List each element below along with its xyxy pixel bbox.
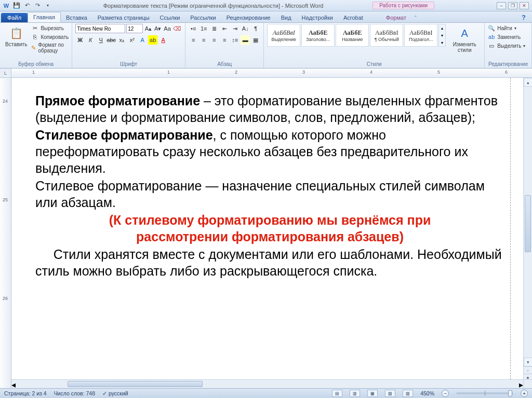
align-left-button[interactable]: ≡ — [189, 35, 198, 45]
strike-button[interactable]: abc — [107, 35, 116, 45]
bullets-button[interactable]: •≡ — [189, 24, 198, 33]
borders-button[interactable]: ▦ — [251, 35, 260, 45]
paste-button[interactable]: 📋 Вставить — [3, 24, 29, 49]
replace-button[interactable]: abЗаменить — [488, 33, 525, 41]
line-spacing-button[interactable]: ↕≡ — [230, 35, 240, 45]
change-styles-button[interactable]: A Изменить стили — [448, 24, 481, 55]
scroll-thumb[interactable] — [525, 195, 531, 252]
tab-home[interactable]: Главная — [28, 12, 61, 22]
vertical-ruler[interactable]: 242526 — [0, 78, 11, 388]
group-font: A▴ A▾ Aa ⌫ Ж К Ч abc x₂ x² A ab A Шрифт — [72, 23, 185, 68]
multilevel-button[interactable]: ≣ — [209, 24, 219, 33]
minimize-ribbon-icon[interactable]: ˆ — [411, 14, 420, 22]
tab-references[interactable]: Ссылки — [155, 13, 185, 22]
styles-scroll[interactable]: ▴▾▾ — [438, 24, 446, 47]
zoom-slider[interactable] — [456, 392, 513, 394]
redo-icon[interactable]: ↷ — [33, 2, 42, 10]
font-name-select[interactable] — [75, 24, 125, 33]
justify-button[interactable]: ≡ — [220, 35, 229, 45]
group-paragraph-label: Абзац — [189, 61, 260, 68]
show-marks-button[interactable]: ¶ — [251, 24, 260, 33]
style-emphasis[interactable]: АаБбВвІВыделение — [267, 24, 300, 47]
maximize-button[interactable]: ❐ — [508, 2, 517, 9]
tab-file[interactable]: Файл — [1, 13, 28, 22]
style-subtitle[interactable]: АаБбВвІПодзагол... — [404, 24, 437, 47]
qat-dropdown-icon[interactable]: ▾ — [44, 2, 52, 10]
scroll-down-icon[interactable]: ▾ — [524, 358, 532, 366]
contextual-tab-label: Работа с рисунками — [373, 2, 434, 9]
tab-review[interactable]: Рецензирование — [221, 13, 276, 22]
clear-format-button[interactable]: ⌫ — [172, 24, 182, 33]
font-color-button[interactable]: A — [158, 35, 168, 45]
shrink-font-button[interactable]: A▾ — [154, 24, 162, 33]
numbering-button[interactable]: 1≡ — [199, 24, 208, 33]
tab-addins[interactable]: Надстройки — [297, 13, 338, 22]
page-content[interactable]: Прямое форматирование – это форматирован… — [11, 78, 523, 388]
view-full-reading[interactable]: ▥ — [350, 390, 360, 397]
tab-view[interactable]: Вид — [276, 13, 297, 22]
superscript-button[interactable]: x² — [127, 35, 137, 45]
status-lang[interactable]: ✓ русский — [102, 390, 128, 396]
zoom-level[interactable]: 450% — [420, 390, 434, 396]
status-bar: Страница: 2 из 4 Число слов: 748 ✓ русск… — [0, 388, 532, 398]
scroll-left-icon[interactable]: ◂ — [11, 380, 16, 388]
copy-icon: ⎘ — [31, 33, 38, 40]
minimize-button[interactable]: – — [497, 2, 506, 9]
tab-insert[interactable]: Вставка — [61, 13, 92, 22]
format-painter-button[interactable]: ✎Формат по образцу — [31, 42, 69, 54]
horizontal-ruler[interactable]: 11234567 — [11, 68, 532, 77]
zoom-out-button[interactable]: − — [442, 390, 449, 397]
p1-bold: Прямое форматирование — [35, 93, 200, 108]
help-icon[interactable]: ? — [520, 12, 528, 22]
tab-page-layout[interactable]: Разметка страницы — [92, 13, 155, 22]
scroll-corner — [523, 379, 532, 388]
select-button[interactable]: ▭Выделить▾ — [488, 42, 525, 50]
copy-button[interactable]: ⎘Копировать — [31, 33, 69, 41]
cut-button[interactable]: ✂Вырезать — [31, 24, 69, 32]
close-button[interactable]: ✕ — [520, 2, 529, 9]
view-print-layout[interactable]: ▤ — [332, 390, 342, 397]
view-draft[interactable]: ▨ — [403, 390, 413, 397]
hscroll-track[interactable] — [16, 380, 519, 388]
decrease-indent-button[interactable]: ⇤ — [220, 24, 229, 33]
italic-button[interactable]: К — [86, 35, 95, 45]
style-heading[interactable]: АаБбЕЗаголово... — [301, 24, 335, 47]
style-title[interactable]: АаБбЕНазвание — [336, 24, 369, 47]
shading-button[interactable]: ▬ — [241, 35, 250, 45]
vertical-scrollbar[interactable]: ▴ ▾ ◦ ● ◦ — [523, 78, 532, 388]
tab-acrobat[interactable]: Acrobat — [338, 13, 368, 22]
underline-button[interactable]: Ч — [96, 35, 105, 45]
status-page[interactable]: Страница: 2 из 4 — [4, 390, 47, 396]
scroll-track[interactable] — [524, 87, 532, 358]
scroll-up-icon[interactable]: ▴ — [524, 78, 532, 87]
title-bar: W 💾 ↶ ↷ ▾ Форматирование текста [Режим о… — [0, 0, 532, 11]
increase-indent-button[interactable]: ⇥ — [230, 24, 240, 33]
horizontal-scrollbar[interactable]: ◂ ▸ — [11, 379, 523, 388]
prev-page-icon[interactable]: ◦ — [524, 366, 532, 374]
font-size-select[interactable] — [126, 24, 143, 33]
hscroll-thumb[interactable] — [68, 381, 203, 387]
highlight-button[interactable]: ab — [148, 35, 157, 45]
tab-format[interactable]: Формат — [381, 13, 411, 22]
zoom-in-button[interactable]: + — [521, 390, 528, 397]
view-outline[interactable]: ▧ — [385, 390, 395, 397]
align-right-button[interactable]: ≡ — [209, 35, 219, 45]
bold-button[interactable]: Ж — [75, 35, 85, 45]
undo-icon[interactable]: ↶ — [23, 2, 31, 10]
grow-font-button[interactable]: A▴ — [144, 24, 152, 33]
tab-mailings[interactable]: Рассылки — [185, 13, 221, 22]
view-web[interactable]: ▦ — [367, 390, 378, 397]
styles-gallery[interactable]: АаБбВвІВыделение АаБбЕЗаголово... АаБбЕН… — [267, 24, 446, 47]
subscript-button[interactable]: x₂ — [117, 35, 126, 45]
save-icon[interactable]: 💾 — [12, 2, 21, 10]
align-center-button[interactable]: ≡ — [199, 35, 208, 45]
status-words[interactable]: Число слов: 748 — [54, 390, 95, 396]
text-effects-button[interactable]: A — [138, 35, 147, 45]
zoom-knob[interactable] — [508, 390, 512, 396]
sort-button[interactable]: A↓ — [241, 24, 250, 33]
style-normal[interactable]: АаБбВвІ¶ Обычный — [370, 24, 403, 47]
scroll-right-icon[interactable]: ▸ — [519, 380, 523, 388]
p5: Стили хранятся вместе с документами или … — [35, 246, 504, 279]
find-button[interactable]: 🔍Найти▾ — [488, 24, 525, 32]
change-case-button[interactable]: Aa — [163, 24, 171, 33]
